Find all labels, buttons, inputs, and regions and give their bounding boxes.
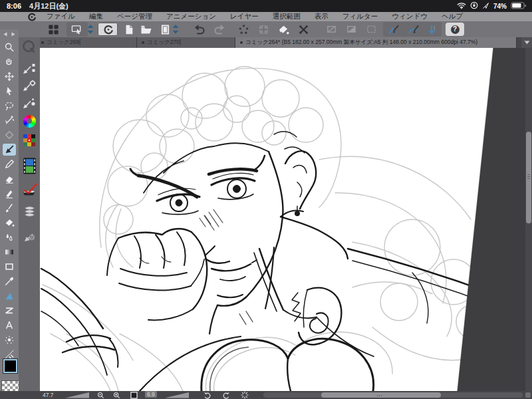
zoom-slider-icon: [65, 392, 89, 398]
dock-quick-launch[interactable]: [21, 39, 38, 56]
touch-gesture-button[interactable]: [235, 23, 251, 36]
tab-comic-264-active[interactable]: コミック264* (B5 182.00 x 257.00mm 製本サイズ:A5 …: [235, 37, 517, 48]
brush-size-icon: [22, 96, 37, 110]
fill-bucket-button[interactable]: [275, 23, 291, 36]
menu-animation[interactable]: アニメーション: [166, 12, 216, 21]
tool-operate[interactable]: [3, 85, 16, 97]
layer-half-button[interactable]: [343, 23, 359, 36]
canvas-stepper[interactable]: [85, 23, 96, 36]
selection-dashed-button[interactable]: [363, 23, 379, 36]
redo-button[interactable]: [211, 23, 227, 36]
rotate-left-button[interactable]: [203, 391, 211, 399]
pasteboard-area: [458, 48, 525, 391]
tab-overflow-button[interactable]: [521, 37, 532, 48]
tab-comic-270[interactable]: コミック270[: [137, 37, 235, 48]
tool-text[interactable]: [3, 319, 16, 331]
spray-icon: [4, 334, 15, 345]
marker-icon: [4, 188, 15, 199]
dock-color-wheel[interactable]: [21, 112, 38, 130]
diamond-icon: [4, 130, 15, 140]
horizontal-scrollbar-thumb[interactable]: [321, 392, 441, 398]
menu-file[interactable]: ファイル: [47, 12, 75, 21]
date: 4月12日(金): [29, 1, 68, 11]
tool-auto-select[interactable]: [3, 114, 16, 126]
dock-tool-property[interactable]: [21, 77, 38, 94]
dock-sub-tool[interactable]: [21, 60, 38, 77]
menu-view[interactable]: 表示: [315, 12, 329, 21]
tab-label: コミック264* (B5 182.00 x 257.00mm 製本サイズ:A5 …: [245, 39, 477, 47]
tool-figure[interactable]: [3, 290, 16, 302]
tool-palette-header[interactable]: [0, 31, 19, 37]
new-file-button[interactable]: [121, 23, 137, 36]
foreground-color-swatch[interactable]: [3, 359, 17, 373]
dock-decoration[interactable]: [21, 227, 38, 245]
rotate-right-button[interactable]: [222, 391, 230, 399]
menu-help[interactable]: ヘルプ: [442, 12, 463, 21]
tool-panel[interactable]: [3, 305, 16, 317]
zoom-slider[interactable]: [65, 391, 89, 399]
tool-frame[interactable]: [3, 129, 16, 141]
transform-button[interactable]: [295, 23, 311, 36]
vector-curve-pen-button[interactable]: [406, 23, 422, 36]
ink-layer: [41, 132, 495, 391]
pan-pad-button[interactable]: [255, 23, 271, 36]
reset-rotation-button[interactable]: [241, 391, 249, 399]
tool-eraser[interactable]: [3, 173, 16, 185]
rotate-slider[interactable]: [165, 391, 189, 399]
zoom-out-icon: [97, 392, 104, 399]
help-button[interactable]: ?: [446, 23, 464, 36]
fit-screen-button[interactable]: [130, 391, 138, 399]
dock-auto-action[interactable]: [21, 181, 38, 198]
menu-edit[interactable]: 編集: [89, 12, 103, 21]
tool-pen-selected[interactable]: [3, 144, 16, 156]
menu-selection[interactable]: 選択範囲: [273, 12, 301, 21]
display-cast-button[interactable]: [69, 23, 85, 36]
tool-hand[interactable]: [3, 56, 16, 68]
layer-blocked-button[interactable]: [323, 23, 339, 36]
bucket-icon: [4, 217, 15, 228]
tool-fill[interactable]: [3, 217, 16, 229]
dock-material[interactable]: [21, 203, 38, 221]
tool-spray[interactable]: [3, 334, 16, 346]
tool-brush[interactable]: [3, 202, 16, 214]
tool-lasso[interactable]: [3, 100, 16, 112]
tool-blend[interactable]: [3, 231, 16, 243]
tool-move[interactable]: [3, 70, 16, 82]
dock-brush-size[interactable]: [21, 94, 38, 112]
menu-layer[interactable]: レイヤー: [230, 12, 259, 21]
palette-dock: [19, 37, 40, 391]
tool-gradient[interactable]: [3, 246, 16, 258]
page-stepper[interactable]: [170, 23, 181, 36]
tool-zoom[interactable]: [3, 41, 16, 53]
vertical-scrollbar[interactable]: [525, 48, 532, 391]
color-wheel-icon: [23, 115, 36, 128]
horizontal-scrollbar[interactable]: [263, 392, 523, 398]
open-file-button[interactable]: [138, 23, 154, 36]
clip-studio-start-button[interactable]: [98, 23, 118, 36]
tool-marker[interactable]: [3, 188, 16, 200]
vector-line-pen-button[interactable]: [386, 23, 402, 36]
menu-filter[interactable]: フィルター: [342, 12, 378, 21]
dock-timeline[interactable]: [21, 157, 38, 174]
zoom-in-button[interactable]: [113, 391, 120, 399]
pencil-icon: [4, 159, 15, 170]
tool-frame-border[interactable]: [3, 261, 16, 273]
tool-pencil[interactable]: [3, 158, 16, 170]
dock-color-set[interactable]: [21, 132, 38, 149]
menu-page-manage[interactable]: ページ管理: [117, 12, 152, 21]
menu-window[interactable]: ウィンドウ: [392, 12, 428, 21]
zoom-out-button[interactable]: [97, 391, 104, 399]
vertical-scrollbar-thumb[interactable]: [526, 132, 531, 223]
tab-comic-269[interactable]: コミック269[: [37, 37, 137, 48]
canvas-viewport[interactable]: [40, 48, 525, 391]
clip-studio-logo-icon[interactable]: [27, 13, 39, 21]
scrollbar-corner[interactable]: [525, 392, 531, 398]
stroke-direction-button[interactable]: [426, 23, 438, 36]
undo-button[interactable]: [192, 23, 207, 36]
apps-grid-button[interactable]: [45, 23, 61, 36]
canvas-artwork: [40, 48, 525, 391]
help-glyph: ?: [453, 26, 457, 33]
tool-eyedropper[interactable]: [3, 275, 16, 287]
magic-wand-icon: [4, 115, 15, 126]
figure-triangle-icon: [4, 291, 15, 301]
